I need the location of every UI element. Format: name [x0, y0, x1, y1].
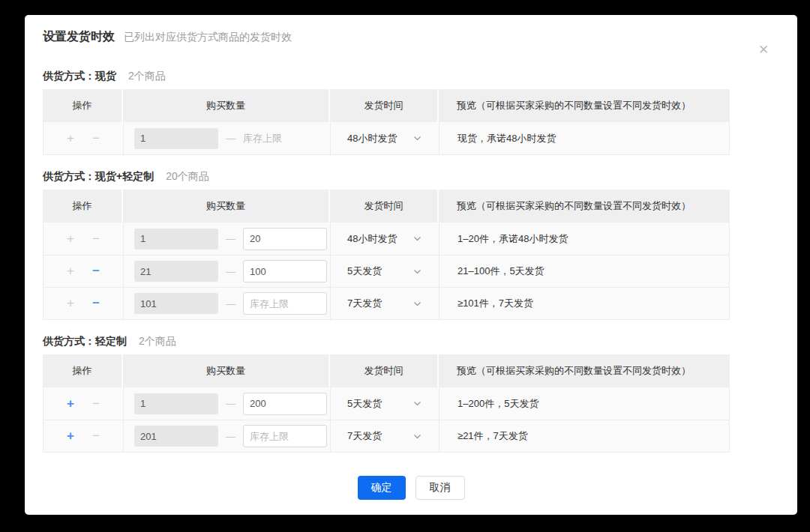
- preview-text: 1–200件，5天发货: [458, 397, 538, 411]
- column-header-quantity: 购买数量: [123, 354, 330, 387]
- table-header-row: 操作 购买数量 发货时间 预览（可根据买家采购的不同数量设置不同发货时效）: [43, 89, 730, 122]
- column-header-preview: 预览（可根据买家采购的不同数量设置不同发货时效）: [439, 354, 730, 387]
- chevron-down-icon: [412, 267, 422, 276]
- ship-time-select[interactable]: 48小时发货: [347, 232, 422, 246]
- remove-row-button[interactable]: −: [88, 264, 104, 279]
- preview-text: 21–100件，5天发货: [458, 265, 544, 278]
- remove-row-button[interactable]: −: [88, 296, 104, 311]
- column-header-quantity: 购买数量: [123, 190, 330, 223]
- column-header-shiptime: 发货时间: [330, 89, 439, 122]
- min-quantity-input[interactable]: [134, 128, 218, 149]
- modal-footer: 确定 取消: [43, 476, 779, 500]
- max-quantity-input[interactable]: [243, 228, 327, 250]
- add-row-button[interactable]: +: [63, 232, 78, 247]
- section-label: 供货方式：现货+轻定制: [43, 169, 154, 184]
- preview-text: ≥21件，7天发货: [458, 429, 528, 443]
- cancel-button[interactable]: 取消: [416, 476, 465, 500]
- table-row: + − — 库存上限 48小时发货 现货，承诺48小时发货: [44, 122, 729, 154]
- ship-time-select[interactable]: 5天发货: [347, 265, 422, 278]
- table-header-row: 操作 购买数量 发货时间 预览（可根据买家采购的不同数量设置不同发货时效）: [43, 354, 730, 387]
- ship-time-value: 48小时发货: [347, 232, 397, 246]
- add-row-button[interactable]: +: [63, 296, 78, 311]
- column-header-preview: 预览（可根据买家采购的不同数量设置不同发货时效）: [439, 190, 730, 223]
- chevron-down-icon: [412, 133, 422, 143]
- min-quantity-input[interactable]: [134, 229, 218, 250]
- range-dash-icon: —: [226, 233, 236, 244]
- chevron-down-icon: [412, 234, 422, 244]
- min-quantity-input[interactable]: [134, 293, 218, 314]
- section-product-count: 2个商品: [139, 335, 176, 348]
- modal-header: 设置发货时效 已列出对应供货方式商品的发货时效: [43, 28, 779, 45]
- column-header-shiptime: 发货时间: [330, 354, 439, 387]
- range-dash-icon: —: [226, 266, 236, 277]
- column-header-preview: 预览（可根据买家采购的不同数量设置不同发货时效）: [439, 89, 730, 122]
- ship-time-value: 48小时发货: [347, 132, 397, 145]
- ship-time-select[interactable]: 7天发货: [347, 429, 422, 443]
- range-dash-icon: —: [226, 133, 236, 144]
- ship-time-select[interactable]: 5天发货: [347, 397, 422, 411]
- preview-text: 1–20件，承诺48小时发货: [458, 232, 568, 246]
- ship-time-value: 5天发货: [347, 265, 382, 278]
- table-body: + − — 库存上限 48小时发货 现货，承诺48小时发货: [43, 122, 730, 155]
- max-quantity-input[interactable]: [243, 393, 327, 415]
- column-header-quantity: 购买数量: [123, 89, 330, 122]
- max-quantity-input[interactable]: [243, 292, 327, 315]
- ship-time-value: 5天发货: [347, 397, 382, 411]
- section-header: 供货方式：现货 2个商品: [43, 68, 779, 83]
- column-header-shiptime: 发货时间: [330, 190, 439, 223]
- modal-subtitle: 已列出对应供货方式商品的发货时效: [124, 31, 292, 44]
- range-dash-icon: —: [226, 298, 236, 309]
- section-product-count: 2个商品: [128, 70, 166, 83]
- ship-time-value: 7天发货: [347, 429, 382, 443]
- ship-time-select[interactable]: 7天发货: [347, 297, 422, 310]
- table-row: + − — 7天发货 ≥101件，7天发货: [44, 287, 729, 319]
- max-quantity-input[interactable]: [243, 425, 327, 447]
- supply-section: 供货方式：现货 2个商品 操作 购买数量 发货时间 预览（可根据买家采购的不同数…: [43, 68, 779, 155]
- table-row: + − — 7天发货 ≥21件，7天发货: [44, 420, 729, 452]
- ship-time-select[interactable]: 48小时发货: [347, 132, 422, 145]
- range-dash-icon: —: [226, 398, 236, 409]
- shipping-table: 操作 购买数量 发货时间 预览（可根据买家采购的不同数量设置不同发货时效） + …: [43, 354, 730, 453]
- confirm-button[interactable]: 确定: [358, 476, 406, 500]
- add-row-button[interactable]: +: [63, 429, 78, 444]
- section-header: 供货方式：现货+轻定制 20个商品: [43, 169, 779, 184]
- remove-row-button[interactable]: −: [88, 429, 104, 444]
- add-row-button[interactable]: +: [63, 396, 78, 411]
- table-header-row: 操作 购买数量 发货时间 预览（可根据买家采购的不同数量设置不同发货时效）: [43, 190, 730, 223]
- chevron-down-icon: [412, 299, 422, 309]
- section-product-count: 20个商品: [166, 170, 209, 184]
- ship-time-value: 7天发货: [347, 297, 382, 310]
- column-header-operation: 操作: [43, 190, 123, 223]
- column-header-operation: 操作: [43, 89, 123, 122]
- preview-text: 现货，承诺48小时发货: [458, 132, 556, 145]
- chevron-down-icon: [412, 432, 422, 441]
- supply-section: 供货方式：轻定制 2个商品 操作 购买数量 发货时间 预览（可根据买家采购的不同…: [43, 333, 779, 453]
- section-label: 供货方式：轻定制: [43, 333, 127, 348]
- table-row: + − — 5天发货 21–100件，5天发货: [44, 255, 729, 287]
- sections-container: 供货方式：现货 2个商品 操作 购买数量 发货时间 预览（可根据买家采购的不同数…: [43, 68, 779, 453]
- min-quantity-input[interactable]: [134, 426, 218, 447]
- shipping-table: 操作 购买数量 发货时间 预览（可根据买家采购的不同数量设置不同发货时效） + …: [43, 89, 730, 155]
- remove-row-button[interactable]: −: [88, 232, 104, 247]
- min-quantity-input[interactable]: [134, 261, 218, 282]
- remove-row-button[interactable]: −: [88, 396, 104, 411]
- add-row-button[interactable]: +: [63, 264, 78, 279]
- add-row-button[interactable]: +: [63, 131, 78, 146]
- shipping-table: 操作 购买数量 发货时间 预览（可根据买家采购的不同数量设置不同发货时效） + …: [43, 190, 730, 320]
- min-quantity-input[interactable]: [134, 393, 218, 414]
- max-quantity-input[interactable]: [243, 260, 327, 282]
- preview-text: ≥101件，7天发货: [458, 297, 533, 310]
- page-title: 设置发货时效: [43, 28, 115, 45]
- max-quantity-placeholder: 库存上限: [243, 132, 282, 145]
- table-body: + − — 48小时发货 1–20件，承诺48小时发货 + −: [43, 223, 730, 320]
- section-label: 供货方式：现货: [43, 68, 116, 83]
- supply-section: 供货方式：现货+轻定制 20个商品 操作 购买数量 发货时间 预览（可根据买家采…: [43, 169, 779, 320]
- table-row: + − — 48小时发货 1–20件，承诺48小时发货: [44, 223, 729, 255]
- chevron-down-icon: [412, 399, 422, 408]
- table-row: + − — 5天发货 1–200件，5天发货: [44, 387, 729, 420]
- remove-row-button[interactable]: −: [88, 131, 104, 146]
- shipping-time-modal: ✕ 设置发货时效 已列出对应供货方式商品的发货时效 供货方式：现货 2个商品 操…: [25, 15, 797, 515]
- close-icon[interactable]: ✕: [755, 42, 772, 58]
- section-header: 供货方式：轻定制 2个商品: [43, 333, 779, 348]
- table-body: + − — 5天发货 1–200件，5天发货 + − —: [43, 387, 730, 453]
